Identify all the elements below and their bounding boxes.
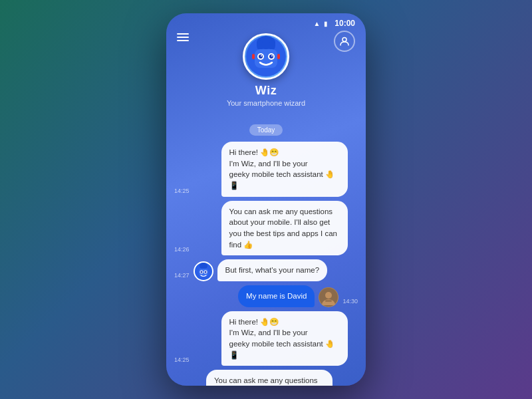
- svg-point-20: [204, 271, 206, 273]
- msg-time: 14:30: [342, 298, 358, 305]
- header: Wiz Your smartphone wizard: [166, 31, 366, 115]
- bot-bubble: Hi there! 🤚😁I'm Wiz, and I'll be yourgee…: [221, 142, 348, 197]
- svg-rect-13: [277, 54, 280, 59]
- user-bubble: My name is David: [238, 285, 315, 307]
- bot-bubble: You can ask me any questions about your …: [221, 201, 348, 256]
- svg-point-9: [269, 55, 273, 59]
- svg-point-15: [200, 263, 207, 269]
- chat-area[interactable]: Today 14:25 Hi there! 🤚😁I'm Wiz, and I'l…: [166, 115, 366, 386]
- status-bar: ▲ ▮ 10:00: [166, 13, 366, 31]
- svg-rect-12: [252, 54, 255, 59]
- profile-icon-button[interactable]: [334, 31, 355, 52]
- message-row: 14:25 Hi there! 🤚😁I'm Wiz, and I'll be y…: [174, 311, 358, 366]
- message-row: 14:25 Hi there! 🤚😁I'm Wiz, and I'll be y…: [174, 142, 358, 197]
- message-row: 14:26 You can ask me any questions about…: [174, 201, 358, 256]
- date-separator: Today: [166, 124, 366, 136]
- msg-time: 14:26: [174, 246, 190, 253]
- bot-bubble: Hi there! 🤚😁I'm Wiz, and I'll be yourgee…: [221, 311, 348, 366]
- message-row: You can ask me any questions about: [174, 370, 358, 386]
- svg-point-8: [259, 55, 263, 59]
- svg-point-4: [269, 40, 275, 51]
- user-avatar: [319, 287, 338, 307]
- msg-time: 14:25: [174, 356, 190, 363]
- bot-avatar: [243, 33, 289, 80]
- svg-point-10: [261, 55, 262, 57]
- svg-point-19: [200, 271, 202, 273]
- svg-point-11: [271, 55, 273, 57]
- message-row: 14:27 But first, what's your name?: [174, 259, 358, 281]
- svg-point-22: [325, 292, 332, 299]
- phone-frame: ▲ ▮ 10:00: [166, 13, 366, 386]
- bot-subtitle: Your smartphone wizard: [227, 99, 305, 107]
- svg-rect-23: [325, 300, 332, 302]
- battery-icon: ▮: [324, 20, 328, 27]
- bot-bubble: But first, what's your name?: [217, 259, 328, 281]
- date-badge: Today: [249, 124, 283, 136]
- hamburger-menu[interactable]: [177, 33, 189, 41]
- svg-point-3: [257, 40, 263, 51]
- svg-point-0: [342, 38, 346, 42]
- signal-icon: ▲: [313, 20, 320, 27]
- bot-name: Wiz: [255, 84, 277, 98]
- bot-avatar-small: [194, 261, 213, 281]
- msg-time: 14:27: [174, 272, 190, 279]
- bot-bubble-partial: You can ask me any questions about: [206, 370, 332, 386]
- message-row: 14:30 My name is David: [174, 285, 358, 307]
- status-time: 10:00: [334, 19, 355, 28]
- msg-time: 14:25: [174, 188, 190, 194]
